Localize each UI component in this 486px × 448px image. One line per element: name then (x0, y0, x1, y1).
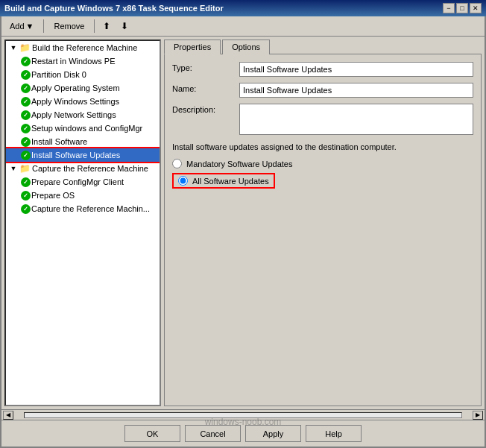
remove-button[interactable]: Remove (48, 19, 89, 33)
name-field-row: Name: (172, 83, 473, 98)
add-button[interactable]: Add ▼ (4, 19, 39, 33)
type-value-container (239, 62, 473, 77)
tree-item-apply-windows[interactable]: Apply Windows Settings (6, 95, 160, 108)
check-icon (19, 55, 31, 67)
tree-item-capture-ref[interactable]: Capture the Reference Machin... (6, 202, 160, 215)
toolbar-separator (43, 19, 44, 33)
item-label: Prepare OS (31, 191, 75, 200)
check-icon (19, 149, 31, 161)
scrollbar-area: ◀ ▶ (1, 409, 485, 420)
name-label: Name: (172, 83, 239, 93)
type-label: Type: (172, 62, 239, 72)
item-label: Prepare ConfigMgr Client (31, 177, 124, 186)
description-input[interactable] (239, 104, 473, 135)
radio-all-highlighted: All Software Updates (172, 173, 275, 189)
item-label: Apply Operating System (31, 83, 120, 92)
scroll-left-button[interactable]: ◀ (3, 411, 13, 420)
description-label: Description: (172, 104, 239, 114)
apply-button[interactable]: Apply (245, 425, 301, 442)
name-value-container (239, 83, 473, 98)
properties-panel: Type: Name: Description: (164, 54, 482, 406)
tab-properties[interactable]: Properties (164, 40, 221, 54)
item-label: Setup windows and ConfigMgr (31, 124, 142, 133)
radio-group: Mandatory Software Updates All Software … (172, 159, 473, 189)
tree-item-install-software[interactable]: Install Software (6, 135, 160, 148)
check-icon (19, 95, 31, 107)
tree-item-prepare-os[interactable]: Prepare OS (6, 189, 160, 202)
radio-all[interactable] (178, 176, 188, 186)
right-pane: Properties Options Type: Name: (164, 40, 482, 406)
folder-icon-2: 📁 (19, 163, 31, 174)
check-icon (19, 109, 31, 121)
tree-item-setup-windows[interactable]: Setup windows and ConfigMgr (6, 122, 160, 135)
scroll-right-button[interactable]: ▶ (473, 411, 483, 420)
check-icon (19, 189, 31, 201)
tree-group-2[interactable]: ▼ 📁 Capture the Reference Machine (6, 162, 160, 175)
tree-item-partition[interactable]: Partition Disk 0 (6, 68, 160, 81)
check-icon (19, 176, 31, 188)
expand-icon-2: ▼ (7, 163, 19, 174)
help-button[interactable]: Help (306, 425, 362, 442)
check-icon (19, 69, 31, 81)
content-area: ▼ 📁 Build the Reference Machine Restart … (1, 37, 485, 409)
move-up-button[interactable]: ⬆ (99, 19, 114, 34)
item-label: Capture the Reference Machin... (31, 204, 150, 213)
check-icon (19, 203, 31, 215)
window-title: Build and Capture Windows 7 x86 Task Seq… (4, 4, 224, 13)
close-button[interactable]: ✕ (470, 3, 482, 13)
minimize-button[interactable]: − (443, 3, 455, 13)
radio-all-item[interactable]: All Software Updates (172, 173, 473, 189)
item-label: Apply Windows Settings (31, 97, 119, 106)
folder-icon-1: 📁 (19, 42, 31, 53)
tree-item-restart[interactable]: Restart in Windows PE (6, 54, 160, 68)
radio-mandatory[interactable] (172, 159, 182, 168)
item-label: Partition Disk 0 (31, 70, 86, 79)
tab-options[interactable]: Options (222, 40, 270, 54)
tree-pane[interactable]: ▼ 📁 Build the Reference Machine Restart … (4, 40, 161, 406)
item-label: Restart in Windows PE (31, 57, 115, 66)
check-icon (19, 136, 31, 148)
item-label: Apply Network Settings (31, 110, 116, 119)
radio-all-label: All Software Updates (192, 177, 269, 186)
item-label: Install Software Updates (31, 151, 120, 160)
ok-button[interactable]: OK (124, 425, 180, 442)
group2-label: Capture the Reference Machine (32, 164, 148, 173)
toolbar-separator-2 (94, 19, 95, 33)
install-description-text: Install software updates assigned to the… (172, 142, 473, 151)
description-value-container (239, 104, 473, 136)
name-input[interactable] (239, 83, 473, 98)
bottom-bar: OK Cancel Apply Help (1, 420, 485, 447)
expand-icon-1: ▼ (7, 42, 19, 54)
group1-label: Build the Reference Machine (32, 43, 137, 52)
type-input[interactable] (239, 62, 473, 77)
tree-item-apply-network[interactable]: Apply Network Settings (6, 108, 160, 122)
radio-mandatory-item[interactable]: Mandatory Software Updates (172, 159, 473, 168)
window-controls: − □ ✕ (443, 3, 482, 13)
tab-bar: Properties Options (164, 40, 482, 54)
check-icon (19, 82, 31, 94)
check-icon (19, 122, 31, 134)
title-bar: Build and Capture Windows 7 x86 Task Seq… (0, 0, 486, 16)
tree-item-prepare-configmgr[interactable]: Prepare ConfigMgr Client (6, 175, 160, 189)
radio-mandatory-label: Mandatory Software Updates (186, 160, 292, 168)
tree-group-1[interactable]: ▼ 📁 Build the Reference Machine (6, 41, 160, 54)
toolbar: Add ▼ Remove ⬆ ⬇ (1, 16, 485, 37)
tree-item-apply-os[interactable]: Apply Operating System (6, 81, 160, 95)
tree-item-install-updates[interactable]: Install Software Updates (6, 148, 160, 162)
description-field-row: Description: (172, 104, 473, 136)
item-label: Install Software (31, 137, 87, 146)
move-down-button[interactable]: ⬇ (117, 19, 132, 34)
scrollbar-track[interactable] (24, 412, 462, 418)
maximize-button[interactable]: □ (456, 3, 468, 13)
type-field-row: Type: (172, 62, 473, 77)
cancel-button[interactable]: Cancel (185, 425, 241, 442)
